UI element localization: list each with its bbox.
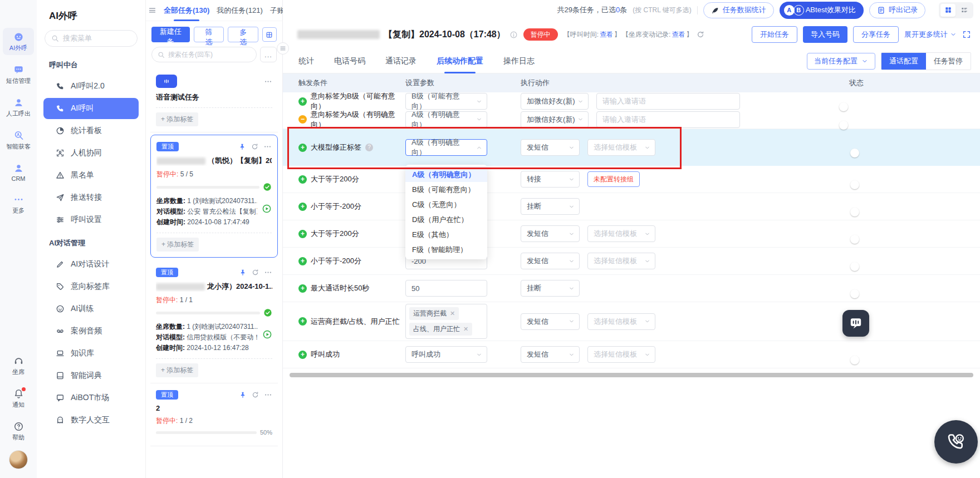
start-task-button[interactable]: 开始任务 <box>752 26 797 43</box>
task-tab-0[interactable]: 全部任务(130) <box>164 0 209 21</box>
menu-search-input[interactable]: 搜索菜单 <box>45 30 138 47</box>
share-task-button[interactable]: 分享任务 <box>853 26 899 43</box>
rail-item-bottom-1[interactable]: 通知 <box>3 385 34 412</box>
select-closed[interactable]: 转接 <box>521 171 580 188</box>
refresh-icon[interactable] <box>252 391 259 398</box>
pin-icon[interactable] <box>239 269 247 277</box>
add-tag-button[interactable]: + 添加标签 <box>156 238 199 252</box>
plus-icon[interactable]: + <box>298 317 307 326</box>
pin-icon[interactable] <box>238 143 246 151</box>
plus-icon[interactable]: + <box>298 175 307 184</box>
task-card-3[interactable]: 置顶 2 暂停中: 1 / 2 50% <box>150 383 278 446</box>
select-closed[interactable]: B级（可能有意向） <box>405 93 487 110</box>
sidebar-item-0-3[interactable]: 人机协同 <box>43 142 139 164</box>
horizontal-scrollbar[interactable] <box>290 373 973 377</box>
rail-item-top-5[interactable]: 更多 <box>3 190 34 218</box>
dropdown-option-3[interactable]: D级（用户在忙） <box>405 212 487 227</box>
refresh-icon[interactable] <box>251 143 258 150</box>
add-tag-button[interactable]: + 添加标签 <box>156 363 198 377</box>
select-closed[interactable]: 选择短信模板 <box>587 253 655 269</box>
help-icon[interactable]: ? <box>365 144 373 151</box>
task-tab-1[interactable]: 我的任务(121) <box>217 0 262 21</box>
plus-icon[interactable]: + <box>298 257 307 265</box>
rail-item-top-0[interactable]: AI外呼 <box>3 28 34 55</box>
multi-select-button[interactable]: 多 选 <box>228 27 258 42</box>
more-icon[interactable] <box>264 77 272 86</box>
sidebar-item-1-0[interactable]: AI对话设计 <box>43 254 139 275</box>
detail-tab-1[interactable]: 电话号码 <box>334 49 365 73</box>
voice-assistant-button[interactable] <box>842 310 869 337</box>
info-icon[interactable] <box>509 31 518 39</box>
select-closed[interactable]: 挂断 <box>521 198 580 215</box>
select-closed[interactable]: A级（有明确意向） <box>405 111 487 128</box>
call-service-button[interactable] <box>934 420 978 464</box>
close-icon[interactable]: ✕ <box>463 326 468 333</box>
play-audio-button[interactable] <box>262 204 272 214</box>
select-closed[interactable]: 选择短信模板 <box>587 139 655 156</box>
dropdown-option-0[interactable]: A级（有明确意向） <box>405 167 487 182</box>
plus-icon[interactable]: + <box>298 284 307 293</box>
select-closed[interactable]: 发短信 <box>521 313 580 330</box>
sidebar-item-1-7[interactable]: 数字人交互 <box>43 410 139 431</box>
sidebar-item-1-4[interactable]: 知识库 <box>43 343 139 364</box>
call-config-segment[interactable]: 通话配置 <box>881 53 926 70</box>
view-seat-log-link[interactable]: 查看 <box>672 30 685 40</box>
sidebar-item-0-6[interactable]: 呼叫设置 <box>43 209 139 230</box>
sidebar-item-0-0[interactable]: AI呼叫2.0 <box>43 76 139 97</box>
task-card-2[interactable]: 置顶 龙小淳）2024-10-1... 暂停中: 1 / 1 坐席数量: 1 (… <box>150 261 278 383</box>
select-closed[interactable]: 加微信好友(新) <box>521 93 589 110</box>
select-closed[interactable]: 发短信 <box>521 346 580 363</box>
select-open[interactable]: A级（有明确意向） <box>405 139 487 156</box>
add-tag-button[interactable]: + 添加标签 <box>156 112 198 126</box>
filter-button[interactable]: 筛 选 <box>194 27 224 42</box>
sidebar-item-0-5[interactable]: 推送转接 <box>43 187 139 208</box>
sidebar-item-1-1[interactable]: 意向标签库 <box>43 276 139 297</box>
grid-view-button[interactable] <box>940 4 955 17</box>
select-closed[interactable]: 选择短信模板 <box>587 346 655 363</box>
refresh-icon[interactable] <box>697 31 704 38</box>
param-input[interactable]: 50 <box>405 280 487 297</box>
expand-stats-link[interactable]: 展开更多统计 <box>904 29 957 40</box>
task-card-1[interactable]: 置顶 （凯悦）【复制】202... 暂停中: 5 / 5 坐席数量: 1 (刘晗… <box>150 135 278 258</box>
invite-text-input[interactable]: 请输入邀请语 <box>596 111 740 128</box>
rail-item-top-3[interactable]: 智能获客 <box>3 126 34 154</box>
detail-tab-3[interactable]: 后续动作配置 <box>437 49 483 73</box>
plus-icon[interactable]: + <box>298 351 307 359</box>
list-view-button[interactable] <box>957 4 972 17</box>
collapse-tasklist-icon[interactable] <box>277 42 289 55</box>
more-icon[interactable] <box>264 268 272 277</box>
rail-item-bottom-2[interactable]: 帮助 <box>3 417 34 445</box>
plus-icon[interactable]: + <box>298 203 307 211</box>
tag-chip[interactable]: 占线、用户正忙✕ <box>409 323 472 336</box>
transfer-group-warning-button[interactable]: 未配置转接组 <box>587 171 640 187</box>
more-icon[interactable] <box>264 391 272 399</box>
minus-icon[interactable]: − <box>298 115 307 124</box>
rail-item-top-1[interactable]: 短信管理 <box>3 61 34 88</box>
task-search-input[interactable]: 搜索任务(回车) <box>151 47 257 62</box>
search-more-button[interactable]: ... <box>260 47 277 62</box>
current-config-dropdown[interactable]: 当前任务配置 <box>807 53 875 70</box>
select-closed[interactable]: 发短信 <box>521 253 580 269</box>
sidebar-item-0-4[interactable]: 黑名单 <box>43 165 139 186</box>
plus-icon[interactable]: + <box>298 144 307 152</box>
select-closed[interactable]: 挂断 <box>521 280 580 297</box>
user-avatar[interactable] <box>9 450 28 469</box>
task-pause-segment[interactable]: 任务暂停 <box>926 53 971 70</box>
import-numbers-button[interactable]: 导入号码 <box>803 26 847 43</box>
select-closed[interactable]: 选择短信模板 <box>587 225 655 242</box>
select-closed[interactable]: 选择短信模板 <box>587 313 655 330</box>
param-tags-box[interactable]: 运营商拦截✕占线、用户正忙✕ <box>405 304 487 339</box>
call-log-button[interactable]: 呼出记录 <box>869 2 925 18</box>
dropdown-option-1[interactable]: B级（可能有意向） <box>405 182 487 197</box>
collapse-sidebar-icon[interactable] <box>148 6 156 14</box>
task-stats-button[interactable]: 任务数据统计 <box>703 2 774 18</box>
rail-item-top-4[interactable]: CRM <box>3 159 34 185</box>
close-icon[interactable]: ✕ <box>450 310 455 317</box>
more-icon[interactable] <box>263 142 272 151</box>
select-closed[interactable]: 加微信好友(新) <box>521 111 589 128</box>
dropdown-option-4[interactable]: E级（其他） <box>405 227 487 242</box>
detail-tab-0[interactable]: 统计 <box>298 49 314 73</box>
sidebar-item-1-3[interactable]: 案例音频 <box>43 321 139 342</box>
sidebar-item-1-5[interactable]: 智能词典 <box>43 365 139 386</box>
pin-icon[interactable] <box>239 391 247 399</box>
